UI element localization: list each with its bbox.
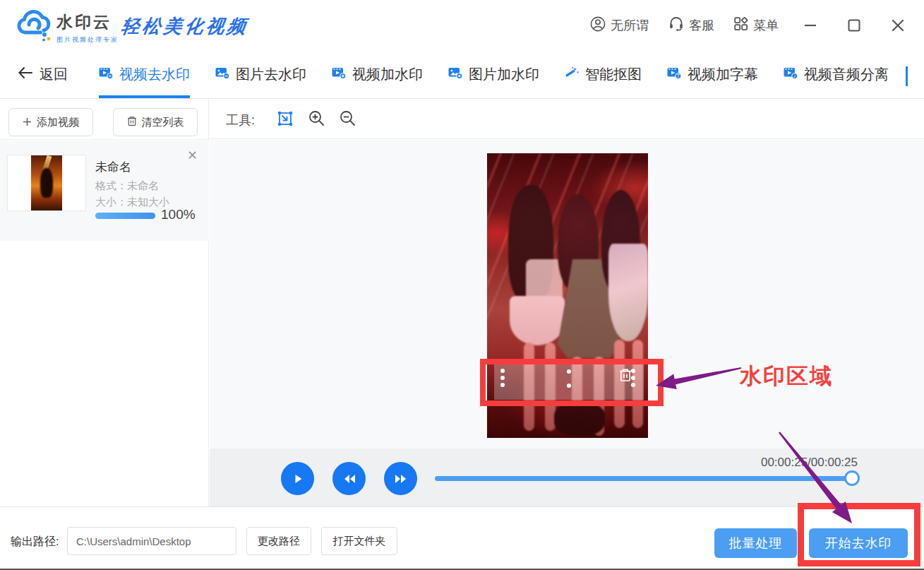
delete-selection-icon[interactable]: [618, 367, 632, 386]
app-logo-text: 水印云 图片视频处理专家: [56, 11, 119, 44]
play-button[interactable]: [281, 462, 314, 495]
start-remove-label: 开始去水印: [825, 535, 892, 552]
batch-process-button[interactable]: 批量处理: [714, 528, 797, 558]
selection-handle[interactable]: [500, 376, 505, 380]
menu-button[interactable]: 菜单: [734, 17, 779, 35]
tab-label: 图片去水印: [236, 65, 306, 84]
seek-bar[interactable]: [435, 476, 853, 481]
select-region-tool[interactable]: [275, 109, 295, 131]
svg-text:♪: ♪: [793, 73, 796, 78]
sidebar-divider: [0, 139, 209, 140]
video-title: 未命名: [95, 159, 131, 175]
app-slogan: 轻松美化视频: [120, 14, 251, 39]
video-size: 大小：未知大小: [95, 196, 169, 209]
output-path-label: 输出路径:: [11, 535, 59, 550]
open-folder-button[interactable]: 打开文件夹: [321, 527, 397, 555]
app-subtitle: 图片视频处理专家: [56, 35, 119, 44]
tab-video-subtitles[interactable]: T 视频加字幕: [667, 51, 758, 98]
tab-label: 视频加字幕: [688, 65, 758, 84]
tab-label: 视频音频分离: [804, 65, 889, 84]
minimize-button[interactable]: [798, 13, 822, 37]
add-video-label: 添加视频: [37, 116, 79, 129]
tab-label: 视频去水印: [119, 65, 190, 84]
video-remove-icon: [99, 66, 114, 83]
app-logo-cloud-icon: [13, 7, 52, 45]
time-display: 00:00:25/00:00:25: [706, 456, 858, 470]
tab-label: 视频加水印: [352, 65, 423, 84]
open-folder-label: 打开文件夹: [333, 535, 386, 548]
start-remove-watermark-button[interactable]: 开始去水印: [809, 528, 908, 558]
magic-wand-icon: [565, 66, 580, 83]
feature-tab-bar: 返回 视频去水印 图片去水印 视频加水印: [0, 51, 924, 99]
plus-icon: [23, 117, 32, 129]
app-window: 水印云 图片视频处理专家 轻松美化视频 无所谓: [0, 0, 924, 570]
trash-icon: [127, 116, 137, 129]
tab-label: 智能抠图: [585, 65, 642, 84]
seek-handle[interactable]: [844, 470, 860, 486]
tab-overflow-indicator: [906, 66, 908, 86]
selection-handle[interactable]: [567, 384, 571, 388]
video-add-icon: [332, 66, 347, 83]
clear-list-label: 清空列表: [142, 116, 184, 129]
video-subtitle-icon: T: [667, 66, 682, 83]
output-bar: 输出路径: 更改路径 打开文件夹 批量处理 开始去水印: [0, 506, 924, 570]
image-add-icon: [448, 66, 463, 83]
video-list-item[interactable]: 未命名 格式：未命名 大小：未知大小 100% ✕: [0, 141, 209, 241]
tab-video-watermark-remove[interactable]: 视频去水印: [99, 51, 190, 98]
video-preview-area: [210, 140, 924, 449]
video-thumbnail: [7, 155, 86, 211]
selection-handle[interactable]: [500, 383, 505, 387]
back-label: 返回: [40, 65, 68, 84]
player-control-bar: 00:00:25/00:00:25: [210, 449, 924, 506]
video-audio-icon: ♪: [784, 66, 798, 83]
headset-icon: [668, 16, 684, 35]
video-canvas[interactable]: [487, 153, 648, 438]
selection-handle[interactable]: [500, 369, 505, 373]
change-path-label: 更改路径: [258, 535, 300, 548]
customer-support-button[interactable]: 客服: [668, 16, 714, 35]
remove-video-icon[interactable]: ✕: [187, 149, 198, 162]
tab-label: 图片加水印: [469, 65, 539, 84]
batch-process-label: 批量处理: [729, 535, 783, 552]
close-button[interactable]: [886, 13, 910, 37]
zoom-out-tool[interactable]: [338, 109, 357, 131]
support-label: 客服: [689, 17, 714, 34]
zoom-in-tool[interactable]: [307, 109, 326, 131]
tools-toolbar: 工具:: [210, 99, 924, 139]
maximize-button[interactable]: [842, 13, 866, 37]
fast-forward-button[interactable]: [384, 462, 417, 495]
tab-image-watermark-remove[interactable]: 图片去水印: [215, 51, 306, 98]
svg-text:T: T: [677, 73, 680, 78]
upload-progress-percent: 100%: [161, 207, 196, 222]
tab-video-audio-split[interactable]: ♪ 视频音频分离: [784, 51, 889, 98]
watermark-selection-box[interactable]: [494, 364, 644, 400]
tab-image-watermark-add[interactable]: 图片加水印: [448, 51, 539, 98]
grid-menu-icon: [734, 17, 748, 35]
add-video-button[interactable]: 添加视频: [8, 108, 93, 136]
rewind-button[interactable]: [332, 462, 366, 495]
user-account[interactable]: 无所谓: [590, 16, 649, 35]
video-format: 格式：未命名: [95, 179, 159, 193]
video-list-panel: 添加视频 清空列表 未命名 格式：未命名 大小：未知大小 100%: [0, 99, 209, 506]
tab-smart-cutout[interactable]: 智能抠图: [565, 51, 642, 98]
back-button[interactable]: 返回: [18, 65, 68, 84]
tab-video-watermark-add[interactable]: 视频加水印: [332, 51, 423, 98]
title-bar: 水印云 图片视频处理专家 轻松美化视频 无所谓: [0, 0, 924, 51]
watermark-area-annotation: 水印区域: [740, 362, 833, 391]
selection-handle[interactable]: [567, 369, 571, 374]
upload-progress-bar: [95, 213, 155, 219]
username-label: 无所谓: [611, 17, 649, 34]
clear-list-button[interactable]: 清空列表: [113, 108, 198, 136]
output-path-input[interactable]: [67, 527, 236, 555]
user-avatar-icon: [590, 16, 606, 35]
app-name: 水印云: [56, 11, 119, 33]
menu-label: 菜单: [753, 17, 779, 34]
change-path-button[interactable]: 更改路径: [246, 527, 311, 555]
back-arrow-icon: [18, 66, 33, 83]
image-remove-icon: [215, 66, 230, 83]
tools-label: 工具:: [226, 112, 255, 129]
